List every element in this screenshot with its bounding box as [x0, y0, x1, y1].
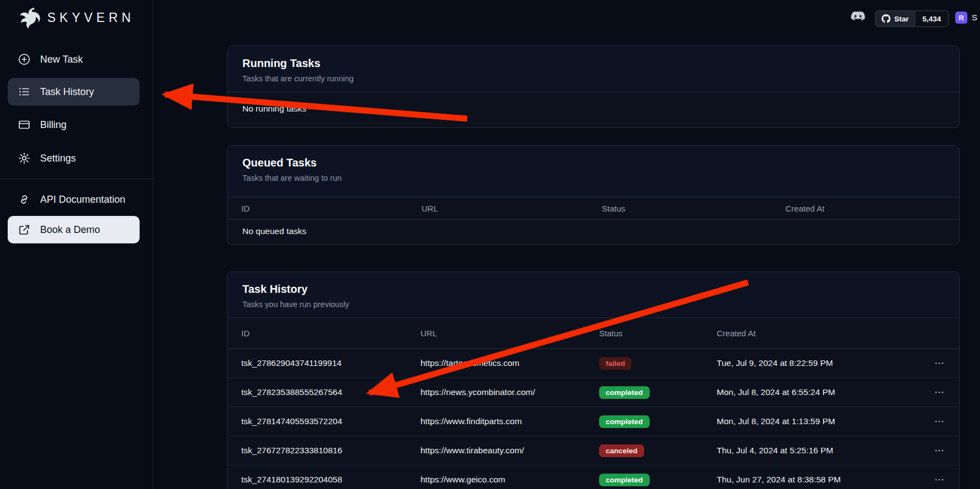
- task-row[interactable]: tsk_274180139292204058 https://www.geico…: [228, 465, 959, 489]
- task-id-cell: tsk_278235388555267564: [241, 387, 420, 397]
- running-tasks-header: Running Tasks Tasks that are currently r…: [228, 46, 959, 92]
- external-link-icon: [18, 223, 31, 236]
- task-id-cell: tsk_278147405593572204: [241, 416, 420, 426]
- list-icon: [18, 85, 31, 98]
- task-url-cell: https://www.tirabeauty.com/: [420, 446, 599, 455]
- sidebar-item-billing[interactable]: Billing: [8, 111, 140, 138]
- discord-button[interactable]: [849, 10, 867, 25]
- github-star-segment: Star: [875, 10, 915, 27]
- created-at-cell: Thu, Jul 4, 2024 at 5:25:16 PM: [717, 446, 918, 455]
- queued-tasks-title: Queued Tasks: [242, 157, 944, 169]
- created-at-cell: Tue, Jul 9, 2024 at 8:22:59 PM: [717, 358, 918, 368]
- running-tasks-card: Running Tasks Tasks that are currently r…: [227, 46, 960, 128]
- status-badge: canceled: [599, 444, 644, 457]
- sidebar-item-label: API Documentation: [40, 194, 125, 205]
- status-badge: completed: [599, 415, 650, 428]
- task-row[interactable]: tsk_276727822333810816 https://www.tirab…: [228, 436, 959, 465]
- github-icon: [882, 14, 890, 23]
- avatar[interactable]: R: [955, 12, 967, 24]
- avatar-letter: R: [959, 14, 964, 22]
- link-icon: [18, 193, 31, 206]
- sidebar-item-task-history[interactable]: Task History: [8, 78, 140, 105]
- skyvern-dragon-icon: [15, 5, 41, 30]
- column-header-created-at: Created At: [785, 204, 945, 213]
- task-id-cell: tsk_278629043741199914: [241, 358, 420, 368]
- sidebar-item-label: Task History: [40, 86, 94, 98]
- queued-tasks-card: Queued Tasks Tasks that are waiting to r…: [227, 145, 960, 245]
- task-url-cell: https://www.geico.com: [420, 475, 599, 485]
- task-row[interactable]: tsk_278629043741199914 https://tartecosm…: [228, 349, 959, 378]
- task-history-header: Task History Tasks you have run previous…: [228, 272, 959, 318]
- column-header-created-at: Created At: [717, 329, 918, 338]
- task-url-cell: https://news.ycombinator.com/: [420, 387, 599, 397]
- sidebar-item-label: New Task: [40, 54, 83, 65]
- column-header-id: ID: [241, 329, 420, 338]
- queued-tasks-subtitle: Tasks that are waiting to run: [242, 174, 944, 182]
- running-empty-message: No running tasks: [228, 92, 959, 125]
- task-history-title: Task History: [242, 283, 944, 296]
- task-id-cell: tsk_274180139292204058: [241, 475, 420, 485]
- plus-circle-icon: [18, 53, 31, 66]
- sidebar-item-label: Settings: [40, 153, 76, 164]
- column-header-url: URL: [422, 204, 602, 213]
- created-at-cell: Mon, Jul 8, 2024 at 6:55:24 PM: [717, 387, 918, 397]
- column-header-url: URL: [420, 329, 599, 338]
- sidebar-item-book-a-demo[interactable]: Book a Demo: [8, 216, 140, 243]
- github-star-button[interactable]: Star 5,434: [875, 10, 949, 27]
- credit-card-icon: [18, 118, 31, 131]
- brand-name: SKYVERN: [47, 10, 135, 25]
- discord-icon: [850, 11, 866, 25]
- star-label: Star: [894, 15, 909, 23]
- task-row[interactable]: tsk_278235388555267564 https://news.ycom…: [228, 378, 959, 407]
- created-at-cell: Mon, Jul 8, 2024 at 1:13:59 PM: [717, 416, 918, 426]
- queued-empty-message: No queued tasks: [228, 220, 959, 243]
- sidebar-item-api-documentation[interactable]: API Documentation: [8, 186, 140, 213]
- queued-table-header: ID URL Status Created At: [228, 197, 959, 220]
- skyvern-logo[interactable]: SKYVERN: [15, 5, 135, 30]
- task-row[interactable]: tsk_278147405593572204 https://www.findi…: [228, 407, 959, 436]
- sidebar-item-label: Book a Demo: [40, 224, 100, 236]
- running-tasks-subtitle: Tasks that are currently running: [242, 74, 944, 83]
- username-text: S: [972, 13, 977, 22]
- queued-tasks-header: Queued Tasks Tasks that are waiting to r…: [228, 146, 959, 197]
- row-actions-button[interactable]: ⋯: [934, 358, 945, 368]
- gear-icon: [18, 152, 31, 165]
- star-count-badge: 5,434: [915, 10, 949, 27]
- task-history-card: Task History Tasks you have run previous…: [227, 271, 960, 489]
- row-actions-button[interactable]: ⋯: [934, 446, 945, 455]
- task-url-cell: https://www.finditparts.com: [420, 416, 599, 426]
- app-root: SKYVERN New Task Task History Billing Se: [0, 0, 980, 489]
- column-header-status: Status: [599, 329, 717, 338]
- history-table-header: ID URL Status Created At: [228, 318, 959, 349]
- status-badge: completed: [599, 474, 650, 486]
- sidebar-item-settings[interactable]: Settings: [8, 145, 140, 172]
- sidebar-item-label: Billing: [40, 119, 67, 131]
- status-badge: completed: [599, 386, 650, 399]
- task-url-cell: https://tartecosmetics.com: [420, 358, 599, 368]
- row-actions-button[interactable]: ⋯: [934, 387, 945, 397]
- task-history-subtitle: Tasks you have run previously: [242, 300, 944, 309]
- created-at-cell: Thu, Jun 27, 2024 at 8:38:58 PM: [717, 475, 918, 485]
- column-header-id: ID: [241, 204, 422, 213]
- running-tasks-title: Running Tasks: [242, 57, 944, 70]
- task-id-cell: tsk_276727822333810816: [241, 446, 420, 455]
- sidebar-divider: [0, 179, 153, 179]
- sidebar-item-new-task[interactable]: New Task: [8, 46, 140, 73]
- status-badge: failed: [599, 357, 632, 370]
- column-header-status: Status: [602, 204, 785, 213]
- sidebar: SKYVERN New Task Task History Billing Se: [0, 0, 153, 489]
- row-actions-button[interactable]: ⋯: [934, 475, 945, 485]
- row-actions-button[interactable]: ⋯: [934, 416, 945, 426]
